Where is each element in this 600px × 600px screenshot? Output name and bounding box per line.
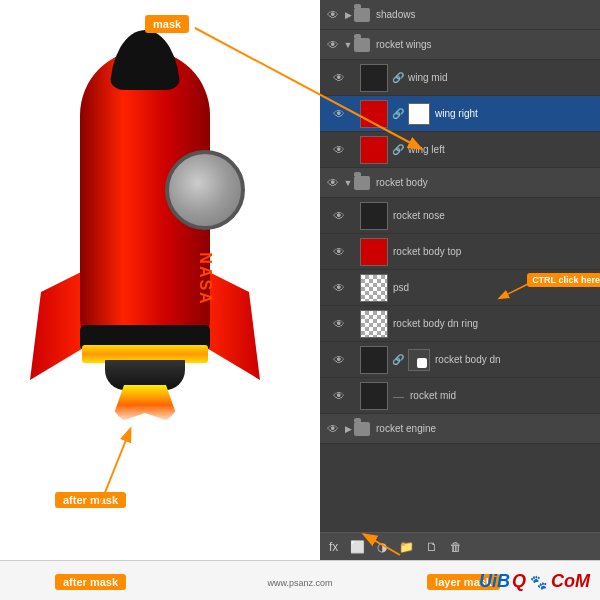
layer-name-rocket-wings: rocket wings <box>376 39 596 50</box>
layer-row-wing-left[interactable]: 👁 🔗 wing left <box>320 132 600 168</box>
layer-name-rocket-nose: rocket nose <box>393 210 596 221</box>
delete-layer-button[interactable]: 🗑 <box>447 538 465 556</box>
visibility-icon-rocket-body-top[interactable]: 👁 <box>330 243 348 261</box>
visibility-icon-wing-mid[interactable]: 👁 <box>330 69 348 87</box>
group-button[interactable]: 📁 <box>396 538 417 556</box>
rocket-wing-left <box>30 270 85 380</box>
layer-thumb-wing-right <box>360 100 388 128</box>
rocket-nose <box>110 30 180 90</box>
layer-row-rocket-wings[interactable]: 👁 ▼ rocket wings <box>320 30 600 60</box>
after-mask-bottom: after mask <box>55 572 126 590</box>
layer-row-rocket-body[interactable]: 👁 ▼ rocket body <box>320 168 600 198</box>
rocket-body: NASA <box>80 50 210 350</box>
layer-row-rocket-body-dn[interactable]: 👁 🔗 rocket body dn <box>320 342 600 378</box>
rocket-window <box>165 150 245 230</box>
layer-thumb-rocket-body-top <box>360 238 388 266</box>
mask-button[interactable]: ⬜ <box>347 538 368 556</box>
visibility-icon-rocket-body-dn[interactable]: 👁 <box>330 351 348 369</box>
visibility-icon-rocket-engine[interactable]: 👁 <box>324 420 342 438</box>
layer-name-rocket-body-dn: rocket body dn <box>435 354 596 365</box>
layer-name-rocket-body-dn-ring: rocket body dn ring <box>393 318 596 329</box>
visibility-icon-rocket-body-dn-ring[interactable]: 👁 <box>330 315 348 333</box>
layer-name-wing-left: wing left <box>408 144 596 155</box>
watermark: www.psanz.com <box>267 578 332 588</box>
folder-icon-rocket-engine <box>354 422 370 436</box>
layer-row-rocket-body-top[interactable]: 👁 rocket body top <box>320 234 600 270</box>
link-icon-rocket-body-dn: 🔗 <box>392 354 404 365</box>
thumb-group-wing-mid: 🔗 <box>358 64 405 92</box>
layer-row-rocket-mid[interactable]: 👁 — rocket mid <box>320 378 600 414</box>
layer-thumb-rocket-nose <box>360 202 388 230</box>
layer-name-shadows: shadows <box>376 9 596 20</box>
right-panel: 👁 ▶ shadows 👁 ▼ rocket wings 👁 🔗 wing mi… <box>320 0 600 560</box>
logo-ui: UiB <box>479 571 510 592</box>
rocket-text: NASA <box>196 234 214 324</box>
ctrl-click-callout: CTRL click here <box>527 273 600 287</box>
visibility-icon-rocket-nose[interactable]: 👁 <box>330 207 348 225</box>
group-arrow-rocket-wings[interactable]: ▼ <box>342 39 354 51</box>
thumb-group-rocket-body-dn: 🔗 <box>358 346 432 374</box>
layer-mask-wing-right <box>408 103 430 125</box>
thumb-group-wing-right: 🔗 <box>358 100 432 128</box>
layer-row-rocket-nose[interactable]: 👁 rocket nose <box>320 198 600 234</box>
layer-row-rocket-body-dn-ring[interactable]: 👁 rocket body dn ring <box>320 306 600 342</box>
link-icon-wing-left: 🔗 <box>392 144 404 155</box>
logo-com: CoM <box>551 571 590 592</box>
visibility-icon-wing-right[interactable]: 👁 <box>330 105 348 123</box>
folder-icon-rocket-body <box>354 176 370 190</box>
layers-toolbar: fx ⬜ ◑ 📁 🗋 🗑 <box>320 532 600 560</box>
visibility-icon-rocket-body[interactable]: 👁 <box>324 174 342 192</box>
after-mask-annotation: after mask <box>55 490 126 508</box>
group-arrow-rocket-body[interactable]: ▼ <box>342 177 354 189</box>
layer-name-rocket-body: rocket body <box>376 177 596 188</box>
adjustment-button[interactable]: ◑ <box>374 538 390 556</box>
layer-thumb-wing-mid <box>360 64 388 92</box>
link-icon-wing-right: 🔗 <box>392 108 404 119</box>
layer-row-shadows[interactable]: 👁 ▶ shadows <box>320 0 600 30</box>
layer-thumb-psd <box>360 274 388 302</box>
group-arrow-shadows[interactable]: ▶ <box>342 9 354 21</box>
logo: UiB Q 🐾 CoM <box>479 571 590 592</box>
link-icon-wing-mid: 🔗 <box>392 72 404 83</box>
visibility-icon-wing-left[interactable]: 👁 <box>330 141 348 159</box>
left-panel: NASA mask after mask <box>0 0 320 560</box>
layer-name-rocket-body-top: rocket body top <box>393 246 596 257</box>
group-arrow-rocket-engine[interactable]: ▶ <box>342 423 354 435</box>
fx-button[interactable]: fx <box>326 538 341 556</box>
visibility-icon-psd[interactable]: 👁 <box>330 279 348 297</box>
layer-row-wing-right[interactable]: 👁 🔗 wing right <box>320 96 600 132</box>
layer-row-wing-mid[interactable]: 👁 🔗 wing mid <box>320 60 600 96</box>
logo-separator: 🐾 <box>530 574 547 590</box>
mask-annotation: mask <box>145 15 189 33</box>
rocket-illustration: NASA <box>20 30 280 530</box>
visibility-icon-rocket-wings[interactable]: 👁 <box>324 36 342 54</box>
layer-thumb-rocket-body-dn-ring <box>360 310 388 338</box>
layer-row-rocket-engine[interactable]: 👁 ▶ rocket engine <box>320 414 600 444</box>
visibility-icon-shadows[interactable]: 👁 <box>324 6 342 24</box>
layer-thumb-wing-left <box>360 136 388 164</box>
visibility-icon-rocket-mid[interactable]: 👁 <box>330 387 348 405</box>
folder-icon-shadows <box>354 8 370 22</box>
rocket-flame <box>110 385 180 425</box>
layer-thumb-rocket-body-dn <box>360 346 388 374</box>
new-layer-button[interactable]: 🗋 <box>423 538 441 556</box>
layer-name-rocket-engine: rocket engine <box>376 423 596 434</box>
layer-thumb-rocket-mid <box>360 382 388 410</box>
bottom-bar: after mask www.psanz.com layer mask UiB … <box>0 560 600 600</box>
layer-name-wing-right: wing right <box>435 108 596 119</box>
thumb-group-wing-left: 🔗 <box>358 136 405 164</box>
layer-row-psd[interactable]: 👁 psd CTRL click here <box>320 270 600 306</box>
layer-mask-rocket-body-dn <box>408 349 430 371</box>
layer-name-wing-mid: wing mid <box>408 72 596 83</box>
dash-icon-rocket-mid: — <box>393 390 404 402</box>
folder-icon-rocket-wings <box>354 38 370 52</box>
layer-name-rocket-mid: rocket mid <box>410 390 596 401</box>
logo-q: Q <box>512 571 526 592</box>
